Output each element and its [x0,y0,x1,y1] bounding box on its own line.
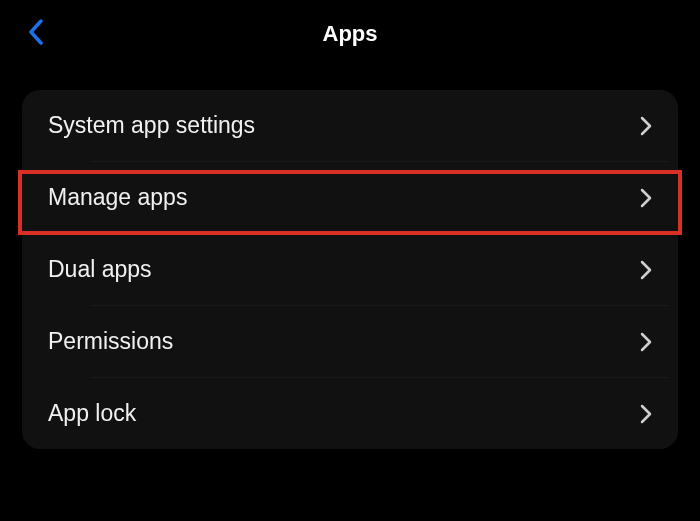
chevron-right-icon [640,332,652,352]
chevron-right-icon [640,260,652,280]
back-chevron-icon [27,18,43,50]
chevron-right-icon [640,116,652,136]
page-title: Apps [323,21,378,47]
list-item-system-app-settings[interactable]: System app settings [32,90,668,161]
header: Apps [0,0,700,68]
list-item-permissions[interactable]: Permissions [32,306,668,377]
list-item-label: Manage apps [48,184,187,211]
list-item-label: Permissions [48,328,173,355]
list-item-label: System app settings [48,112,255,139]
settings-list: System app settings Manage apps Dual app… [22,90,678,449]
list-item-dual-apps[interactable]: Dual apps [32,234,668,305]
back-button[interactable] [20,19,50,49]
list-item-label: Dual apps [48,256,152,283]
chevron-right-icon [640,404,652,424]
chevron-right-icon [640,188,652,208]
list-item-app-lock[interactable]: App lock [32,378,668,449]
list-item-manage-apps[interactable]: Manage apps [32,162,668,233]
list-item-label: App lock [48,400,136,427]
